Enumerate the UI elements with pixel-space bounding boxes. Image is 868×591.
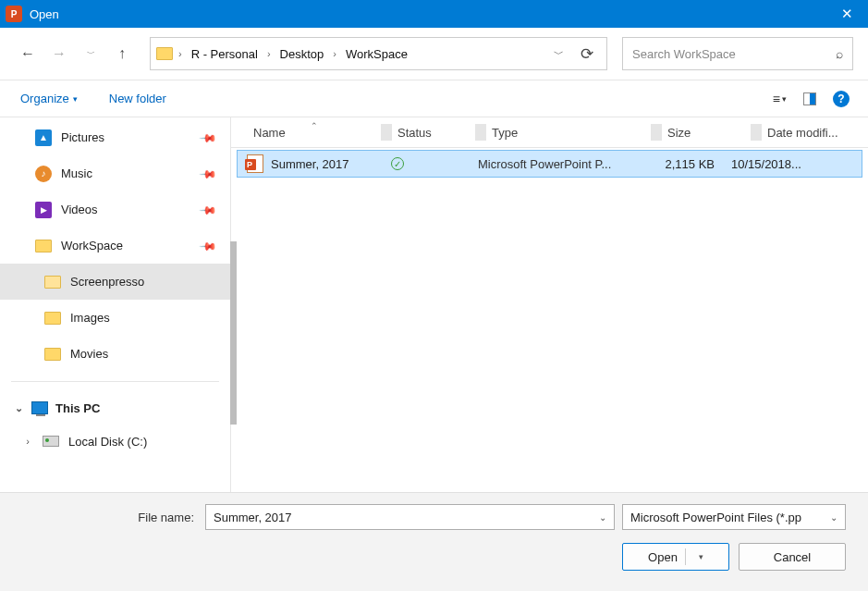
preview-pane-toggle[interactable]	[803, 92, 816, 105]
folder-open-icon	[44, 276, 61, 289]
chevron-down-icon[interactable]: ⌄	[830, 512, 837, 523]
col-name[interactable]: ⌃ Name	[248, 126, 381, 140]
sidebar-item-videos[interactable]: ▶ Videos 📌	[0, 191, 230, 228]
cancel-button[interactable]: Cancel	[739, 543, 846, 571]
folder-icon	[35, 240, 52, 252]
pc-icon	[31, 401, 48, 414]
forward-button[interactable]: →	[46, 41, 72, 67]
folder-icon	[44, 312, 61, 325]
titlebar: P Open ✕	[0, 0, 868, 28]
col-label: Name	[253, 126, 286, 140]
chevron-right-icon[interactable]: ›	[263, 48, 275, 59]
sidebar-item-screenpresso[interactable]: Screenpresso	[0, 264, 230, 300]
videos-icon: ▶	[35, 202, 52, 218]
file-row[interactable]: Summer, 2017 ✓ Microsoft PowerPoint P...…	[237, 150, 862, 178]
window-title: Open	[30, 7, 59, 21]
footer: File name: Summer, 2017 ⌄ Microsoft Powe…	[0, 492, 868, 591]
folder-icon	[44, 348, 61, 361]
refresh-icon[interactable]: ⟳	[573, 44, 601, 64]
new-folder-button[interactable]: New folder	[109, 92, 166, 105]
pin-icon: 📌	[199, 236, 218, 255]
file-pane: ⌃ Name Status Type Size Date modifi... S…	[231, 117, 868, 492]
breadcrumb-seg-1[interactable]: R - Personal	[188, 47, 262, 61]
chevron-down-icon[interactable]: ⌄	[13, 402, 24, 414]
file-name: Summer, 2017	[271, 157, 391, 171]
sidebar-item-pictures[interactable]: ▲ Pictures 📌	[0, 119, 230, 155]
pictures-icon: ▲	[35, 129, 52, 146]
search-input[interactable]: Search WorkSpace ⌕	[622, 37, 853, 70]
divider	[11, 381, 219, 382]
search-placeholder: Search WorkSpace	[632, 47, 736, 61]
breadcrumb-seg-3[interactable]: WorkSpace	[342, 47, 411, 61]
sidebar-item-label: Movies	[70, 347, 108, 361]
file-size: 2,115 KB	[642, 157, 731, 171]
chevron-down-icon[interactable]: ⌄	[599, 512, 606, 523]
close-button[interactable]: ✕	[825, 0, 868, 28]
chevron-right-icon[interactable]: ›	[22, 436, 33, 447]
sidebar-item-this-pc[interactable]: ⌄ This PC	[0, 391, 230, 425]
filetype-value: Microsoft PowerPoint Files (*.pp	[630, 511, 801, 524]
col-date[interactable]: Date modifi...	[762, 126, 868, 140]
file-type: Microsoft PowerPoint P...	[478, 157, 642, 171]
sidebar-item-local-disk[interactable]: › Local Disk (C:)	[0, 425, 230, 458]
open-label: Open	[648, 550, 678, 564]
powerpoint-file-icon	[247, 154, 263, 173]
col-type[interactable]: Type	[486, 126, 651, 140]
scrollbar-thumb[interactable]	[230, 241, 237, 425]
pin-icon: 📌	[199, 200, 218, 219]
toolbar: Organize ▾ New folder ≡ ▾ ?	[0, 80, 868, 117]
sidebar-item-images[interactable]: Images	[0, 300, 230, 336]
up-button[interactable]: ↑	[109, 41, 135, 67]
help-button[interactable]: ?	[833, 91, 850, 107]
cancel-label: Cancel	[774, 550, 811, 564]
filename-input[interactable]: Summer, 2017 ⌄	[205, 504, 615, 530]
open-button[interactable]: Open ▾	[622, 543, 729, 571]
sidebar-item-label: Screenpresso	[70, 275, 144, 289]
filename-label: File name:	[22, 511, 198, 524]
filename-value: Summer, 2017	[214, 511, 292, 524]
music-icon: ♪	[35, 166, 52, 182]
recent-dropdown[interactable]: ﹀	[78, 41, 104, 67]
nav-bar: ← → ﹀ ↑ › R - Personal › Desktop › WorkS…	[0, 28, 868, 80]
organize-label: Organize	[20, 92, 69, 105]
col-size[interactable]: Size	[662, 126, 751, 140]
chevron-down-icon: ▾	[73, 94, 78, 104]
address-bar[interactable]: › R - Personal › Desktop › WorkSpace ﹀ ⟳	[150, 37, 607, 70]
filetype-select[interactable]: Microsoft PowerPoint Files (*.pp ⌄	[622, 504, 846, 530]
file-date: 10/15/2018...	[731, 157, 862, 171]
search-icon[interactable]: ⌕	[836, 46, 843, 61]
synced-ok-icon: ✓	[391, 157, 404, 170]
sidebar-item-label: Videos	[61, 203, 98, 216]
chevron-down-icon[interactable]: ▾	[699, 552, 703, 561]
chevron-right-icon[interactable]: ›	[329, 48, 340, 59]
sidebar-item-movies[interactable]: Movies	[0, 336, 230, 372]
sidebar-item-label: Images	[70, 311, 110, 325]
column-headers: ⌃ Name Status Type Size Date modifi...	[231, 117, 868, 148]
sidebar-item-label: This PC	[55, 401, 100, 415]
sidebar-item-label: Local Disk (C:)	[68, 435, 147, 449]
disk-icon	[43, 436, 59, 447]
sidebar: ▲ Pictures 📌 ♪ Music 📌 ▶ Videos 📌 WorkSp…	[0, 117, 231, 492]
sort-asc-icon: ⌃	[311, 121, 318, 130]
sidebar-item-label: Music	[61, 166, 92, 180]
file-status: ✓	[391, 157, 478, 170]
address-dropdown-icon[interactable]: ﹀	[546, 47, 571, 61]
organize-menu[interactable]: Organize ▾	[18, 88, 79, 109]
app-icon: P	[6, 6, 22, 22]
sidebar-item-music[interactable]: ♪ Music 📌	[0, 155, 230, 191]
folder-icon	[156, 47, 173, 60]
breadcrumb-seg-2[interactable]: Desktop	[276, 47, 328, 61]
view-menu[interactable]: ≡ ▾	[773, 92, 787, 106]
pin-icon: 📌	[199, 128, 218, 147]
chevron-right-icon[interactable]: ›	[175, 48, 186, 59]
back-button[interactable]: ←	[15, 41, 41, 67]
sidebar-item-workspace[interactable]: WorkSpace 📌	[0, 228, 230, 264]
sidebar-item-label: Pictures	[61, 130, 104, 144]
sidebar-item-label: WorkSpace	[61, 239, 123, 252]
pin-icon: 📌	[199, 164, 218, 183]
body: ▲ Pictures 📌 ♪ Music 📌 ▶ Videos 📌 WorkSp…	[0, 117, 868, 492]
col-status[interactable]: Status	[392, 126, 475, 140]
